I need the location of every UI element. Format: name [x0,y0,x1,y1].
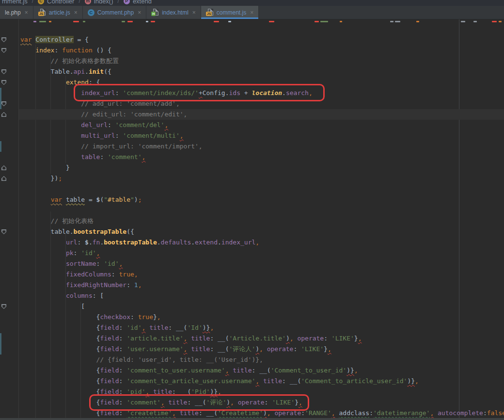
breadcrumb-label: index() [94,0,113,5]
tab-Comment-php[interactable]: CComment.php× [83,6,146,19]
fold-marker-expanded-icon[interactable] [1,101,6,106]
clipped-token-fragment [390,21,394,22]
close-icon[interactable]: × [74,9,78,16]
clipped-token-fragment [315,21,319,22]
breadcrumb-item[interactable]: mindex() [85,0,113,5]
code-line[interactable]: // 初始化表格参数配置 [19,56,504,66]
fold-marker-end-icon[interactable] [1,176,6,181]
code-line[interactable]: index_url: 'comment/index/ids/'+Config.i… [19,88,504,98]
close-icon[interactable]: × [250,9,253,16]
code-line[interactable]: {field: 'comment_to_user.username', titl… [19,365,504,376]
breadcrumb-separator: / [118,0,119,4]
code-line[interactable]: columns: [ [19,291,504,301]
code-line[interactable]: [ [19,301,504,312]
code-line[interactable]: // {field: 'user_id', title: __('User_id… [19,355,504,365]
code-line[interactable]: {field: 'pid', title: __('Pid')}, [19,387,504,397]
tab-le-php[interactable]: le.php× [0,6,33,19]
fold-marker-expanded-icon[interactable] [1,229,6,234]
editor-gutter[interactable] [0,19,19,418]
code-editor[interactable]: var Controller = { index: function () { … [0,19,504,418]
fold-marker-expanded-icon[interactable] [1,304,6,309]
clipped-token-fragment [151,21,155,22]
code-column[interactable]: var Controller = { index: function () { … [19,19,504,418]
fold-marker-end-icon[interactable] [1,165,6,170]
code-line[interactable]: {field: 'createtime', title: __('Createt… [19,408,504,418]
code-line[interactable]: fixedRightNumber: 1, [19,280,504,291]
code-line[interactable]: Table.api.init({ [19,66,504,77]
code-line[interactable]: {field: 'comment', title: __('评论'), oper… [19,397,504,408]
clipped-token-fragment [499,21,502,22]
vcs-change-bar [0,333,1,355]
code-line[interactable]: url: $.fn.bootstrapTable.defaults.extend… [19,237,504,248]
clipped-code-line [19,19,504,24]
code-line[interactable]: } [19,162,504,173]
clipped-token-fragment [492,21,497,22]
breadcrumb-element-icon: m [85,0,91,4]
tab-label: article.js [49,9,70,16]
breadcrumb-item[interactable]: mment.js [2,0,28,5]
clipped-token-fragment [33,21,36,22]
breadcrumb-element-icon: P [124,0,130,4]
tab-article-js[interactable]: JSarticle.js× [33,6,83,19]
fold-marker-expanded-icon[interactable] [1,80,6,85]
tab-label: index.html [162,9,189,16]
breadcrumb-item[interactable]: CController [38,0,74,5]
clipped-token-fragment [39,21,46,22]
code-line[interactable]: index: function () { [19,45,504,56]
code-line[interactable] [19,24,504,34]
status-strip [0,418,504,420]
code-line[interactable]: // add_url: 'comment/add', [19,98,504,109]
clipped-token-fragment [83,21,85,22]
code-line[interactable]: }); [19,173,504,184]
code-line[interactable] [19,184,504,194]
fold-marker-end-icon[interactable] [1,112,6,117]
ide-window: mment.js/CController/mindex()/Pextend le… [0,0,504,420]
breadcrumb-separator: / [32,0,33,4]
close-icon[interactable]: × [138,9,141,16]
fold-marker-expanded-icon[interactable] [1,48,6,53]
code-line[interactable]: table.bootstrapTable({ [19,226,504,237]
code-line[interactable]: fixedColumns: true, [19,269,504,280]
tab-index-html[interactable]: Hindex.html× [146,6,201,19]
code-line[interactable] [19,205,504,216]
tab-label: Comment.php [97,9,134,16]
code-line[interactable]: {field: 'user.username', title: __('评论人'… [19,344,504,355]
breadcrumb: mment.js/CController/mindex()/Pextend [2,0,152,6]
code-line[interactable]: var table = $("#table"); [19,194,504,205]
tab-label: le.php [5,9,21,16]
code-line[interactable]: pk: 'id', [19,248,504,258]
clipped-token-fragment [416,21,419,22]
code-line[interactable]: // import_url: 'comment/import', [19,141,504,152]
code-line[interactable]: multi_url: 'comment/multi', [19,130,504,141]
code-line[interactable]: // edit_url: 'comment/edit', [19,109,504,120]
breadcrumb-label: mment.js [2,0,28,5]
php-class-icon: C [88,9,94,16]
clipped-token-fragment [127,21,133,22]
code-line[interactable]: table: 'comment', [19,152,504,162]
code-line[interactable]: {checkbox: true}, [19,312,504,323]
clipped-token-fragment [73,21,79,22]
code-lines[interactable]: var Controller = { index: function () { … [19,34,504,418]
code-line[interactable]: {field: 'comment_to_article_user.usernam… [19,376,504,387]
breadcrumb-separator: / [79,0,80,4]
breadcrumb-item[interactable]: Pextend [124,0,152,5]
js-file-icon: JS [206,9,214,16]
code-line[interactable]: // 初始化表格 [19,216,504,226]
clipped-token-fragment [320,21,328,22]
code-line[interactable]: var Controller = { [19,34,504,45]
close-icon[interactable]: × [25,9,28,16]
html-file-icon: H [151,9,159,16]
tab-comment-js[interactable]: JScomment.js× [201,6,259,19]
code-line[interactable]: {field: 'article.title', title: __('Arti… [19,333,504,344]
clipped-token-fragment [122,21,125,22]
breadcrumb-element-icon: C [38,0,44,4]
clipped-token-fragment [269,21,274,22]
close-icon[interactable]: × [192,9,196,16]
code-line[interactable]: extend: { [19,77,504,88]
code-line[interactable]: del_url: 'comment/del', [19,120,504,130]
code-line[interactable]: sortName: 'id', [19,258,504,269]
code-line[interactable]: {field: 'id', title: __('Id')}, [19,323,504,333]
fold-marker-expanded-icon[interactable] [1,37,6,42]
fold-marker-expanded-icon[interactable] [1,69,6,74]
clipped-token-fragment [395,21,400,22]
